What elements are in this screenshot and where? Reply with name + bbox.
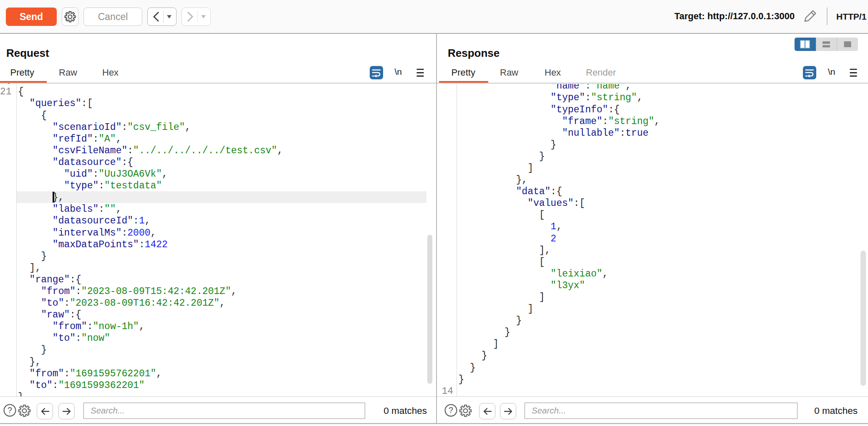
svg-text:?: ? <box>8 406 12 415</box>
svg-text:?: ? <box>449 406 453 415</box>
